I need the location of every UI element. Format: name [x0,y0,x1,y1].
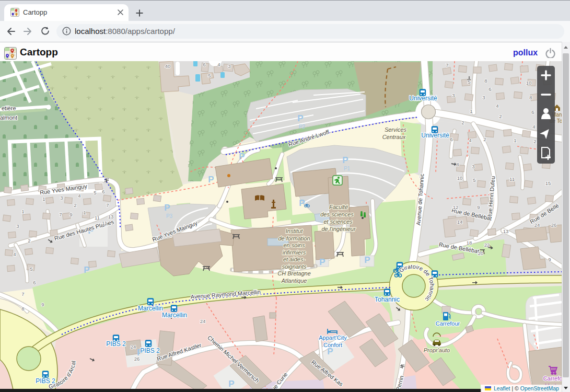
svg-text:11: 11 [509,176,515,182]
svg-text:de l'ingénieur: de l'ingénieur [321,226,356,232]
svg-text:4: 4 [78,193,80,199]
svg-text:3: 3 [16,223,19,229]
svg-text:15: 15 [545,180,551,186]
svg-text:3: 3 [60,195,63,201]
svg-text:Institut: Institut [286,228,303,234]
svg-text:P1: P1 [344,166,351,171]
svg-text:etière: etière [2,105,16,111]
svg-text:almont: almont [0,114,17,121]
svg-text:5: 5 [94,190,96,195]
svg-text:Atlantique: Atlantique [281,278,307,284]
svg-text:8: 8 [484,78,487,84]
svg-text:Faculté: Faculté [329,204,348,210]
svg-text:5: 5 [468,79,470,85]
svg-text:Tohannic: Tohannic [375,296,400,303]
svg-text:8: 8 [21,306,24,312]
svg-text:Centraux: Centraux [382,134,406,140]
svg-text:soignants: soignants [282,263,307,270]
svg-text:5: 5 [30,266,32,272]
svg-text:9: 9 [548,257,551,262]
svg-text:5: 5 [208,73,211,78]
svg-text:PIBS 2: PIBS 2 [106,340,126,348]
svg-text:de formation: de formation [278,235,310,241]
svg-text:1: 1 [514,137,516,143]
svg-text:6: 6 [531,109,534,115]
svg-text:4: 4 [13,251,16,257]
svg-text:2: 2 [461,120,464,125]
svg-text:Marcellin: Marcellin [138,305,163,312]
svg-text:4: 4 [469,137,471,143]
svg-text:et aides-: et aides- [283,256,306,262]
svg-text:P: P [364,255,370,265]
svg-text:2: 2 [74,202,76,208]
svg-text:9: 9 [69,212,72,217]
svg-text:12: 12 [453,204,459,210]
svg-text:2: 2 [483,136,486,142]
svg-text:P: P [228,379,234,389]
svg-text:en soins: en soins [284,242,305,248]
svg-text:10: 10 [526,80,532,86]
svg-text:7: 7 [446,62,448,68]
svg-text:et sciences: et sciences [323,218,353,225]
svg-text:4: 4 [532,124,535,130]
svg-text:6: 6 [488,86,491,92]
svg-text:Carrefour: Carrefour [436,320,460,327]
svg-text:4: 4 [217,62,220,67]
svg-text:P: P [319,257,325,267]
svg-text:26: 26 [551,222,557,228]
svg-text:9: 9 [41,302,44,307]
svg-text:Université: Université [409,95,437,102]
svg-text:7: 7 [106,202,109,208]
svg-text:8: 8 [529,95,532,100]
svg-text:P: P [208,175,214,185]
svg-text:Propr'auto: Propr'auto [424,347,450,353]
svg-text:13: 13 [503,228,509,234]
svg-text:22: 22 [484,242,490,248]
svg-text:Appart'City: Appart'City [319,335,347,341]
svg-text:11: 11 [102,220,107,226]
svg-text:20: 20 [478,250,484,256]
svg-text:Carrefo: Carrefo [543,375,562,382]
svg-text:des sciences: des sciences [320,211,354,217]
svg-text:Université: Université [421,132,449,139]
svg-text:3: 3 [228,63,230,69]
svg-text:7: 7 [21,291,24,297]
svg-text:P: P [84,265,89,275]
svg-text:P: P [297,113,303,123]
svg-text:24: 24 [200,318,206,324]
svg-text:10: 10 [457,175,463,181]
svg-text:3: 3 [472,164,474,169]
svg-text:CH Bretagne: CH Bretagne [277,270,311,276]
svg-text:2: 2 [28,238,30,244]
svg-text:9: 9 [477,204,480,210]
svg-text:2: 2 [533,139,536,144]
svg-text:Marcellin: Marcellin [162,312,187,319]
svg-text:8: 8 [456,162,459,167]
svg-text:14: 14 [457,219,463,225]
svg-text:7: 7 [59,212,62,217]
svg-text:6: 6 [203,62,205,67]
svg-text:24: 24 [534,222,540,228]
svg-text:40: 40 [165,63,171,69]
svg-text:26: 26 [134,356,140,362]
svg-text:3: 3 [452,93,455,98]
svg-text:P3: P3 [166,213,173,219]
svg-text:PIBS 2: PIBS 2 [36,377,55,385]
svg-text:5: 5 [473,177,475,183]
svg-text:P2: P2 [299,124,306,130]
svg-text:6: 6 [450,136,452,142]
svg-text:1: 1 [42,196,45,202]
svg-text:1: 1 [470,108,472,114]
svg-text:Leaflet | © OpenStreetMap: Leaflet | © OpenStreetMap [494,385,559,391]
svg-text:1: 1 [83,210,86,215]
svg-text:1: 1 [21,209,24,214]
svg-text:6: 6 [102,189,104,194]
svg-text:P: P [239,152,245,162]
svg-text:3: 3 [482,95,485,100]
svg-text:Confort: Confort [323,342,342,348]
svg-text:4: 4 [496,103,498,109]
svg-text:P: P [164,203,170,213]
svg-text:24: 24 [131,344,136,350]
svg-text:PIBS 2: PIBS 2 [140,347,160,354]
svg-text:2: 2 [499,113,502,119]
